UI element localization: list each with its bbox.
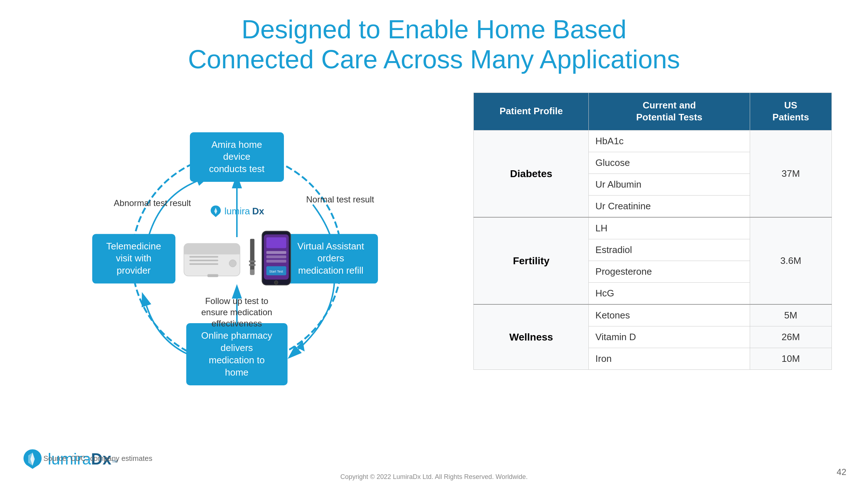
patients-diabetes: 37M [750,130,831,218]
test-estradiol: Estradiol [589,239,750,261]
label-top-left: Abnormal test result [114,197,191,209]
svg-rect-18 [250,270,254,275]
test-ur-creatinine: Ur Creatinine [589,196,750,218]
circle-container: Amira home deviceconducts test Virtual A… [103,125,371,393]
title-line1: Designed to Enable Home Based [242,15,627,44]
test-ur-albumin: Ur Albumin [589,174,750,196]
lumiradx-small-logo-icon [209,205,222,218]
svg-rect-19 [249,261,255,262]
header-tests: Current andPotential Tests [589,93,750,130]
box-bottom: Online pharmacy deliversmedication to ho… [186,323,288,385]
header-patients: USPatients [750,93,831,130]
svg-rect-25 [266,255,286,258]
table-row: Wellness Ketones 5M [474,304,832,326]
box-left-label: Telemedicine visit withprovider [106,241,161,276]
box-bottom-label: Online pharmacy deliversmedication to ho… [201,330,272,377]
svg-rect-13 [189,260,218,261]
table-row: Diabetes HbA1c 37M [474,130,832,152]
device-image [182,236,243,280]
box-right: Virtual Assistant ordersmedication refil… [284,234,378,283]
box-top-label: Amira home deviceconducts test [209,139,264,175]
table-row: Fertility LH 3.6M [474,217,832,239]
test-strip [247,239,257,279]
page-number: 42 [837,467,846,477]
diagram-section: Amira home deviceconducts test Virtual A… [22,82,452,436]
profile-wellness: Wellness [474,304,589,370]
test-lh: LH [589,217,750,239]
box-left: Telemedicine visit withprovider [92,234,175,283]
svg-rect-23 [266,237,286,248]
table-section: Patient Profile Current andPotential Tes… [473,82,846,436]
svg-point-15 [229,260,236,267]
phone-image: Start Test [261,230,292,286]
footer-section: Copyright © 2022 LumiraDx Ltd. All Right… [0,473,868,481]
svg-text:Start Test: Start Test [269,269,283,273]
label-top-right: Normal test result [306,194,374,205]
label-bottom-center: Follow up test toensure medicationeffect… [201,295,272,329]
title-text: Designed to Enable Home Based Connected … [29,14,839,74]
data-table: Patient Profile Current andPotential Tes… [473,93,832,370]
test-iron: Iron [589,348,750,370]
patients-fertility: 3.6M [750,217,831,304]
test-hba1c: HbA1c [589,130,750,152]
copyright-text: Copyright © 2022 LumiraDx Ltd. All Right… [340,473,528,481]
svg-point-29 [274,281,278,284]
title-line2: Connected Care Across Many Applications [188,45,680,74]
svg-rect-11 [184,249,240,254]
svg-rect-16 [207,274,218,277]
svg-rect-20 [249,264,255,266]
main-content: Amira home deviceconducts test Virtual A… [0,82,868,436]
patients-ketones: 5M [750,304,831,326]
box-right-label: Virtual Assistant ordersmedication refil… [297,241,364,276]
title-section: Designed to Enable Home Based Connected … [0,0,868,82]
test-vitamin-d: Vitamin D [589,326,750,348]
test-ketones: Ketones [589,304,750,326]
profile-diabetes: Diabetes [474,130,589,218]
source-text: Source: CDC; company estimates [43,454,152,463]
device-center: lumiraDx [182,230,292,287]
header-patient-profile: Patient Profile [474,93,589,130]
patients-iron: 10M [750,348,831,370]
test-hcg: HcG [589,283,750,305]
svg-rect-12 [189,256,218,258]
test-glucose: Glucose [589,152,750,174]
profile-fertility: Fertility [474,217,589,304]
svg-rect-14 [189,264,218,265]
test-progesterone: Progesterone [589,261,750,283]
patients-vitamin-d: 26M [750,326,831,348]
lumiradx-logo-icon [22,448,43,470]
svg-rect-24 [266,251,286,254]
svg-rect-26 [266,260,286,262]
box-top: Amira home deviceconducts test [190,132,284,182]
